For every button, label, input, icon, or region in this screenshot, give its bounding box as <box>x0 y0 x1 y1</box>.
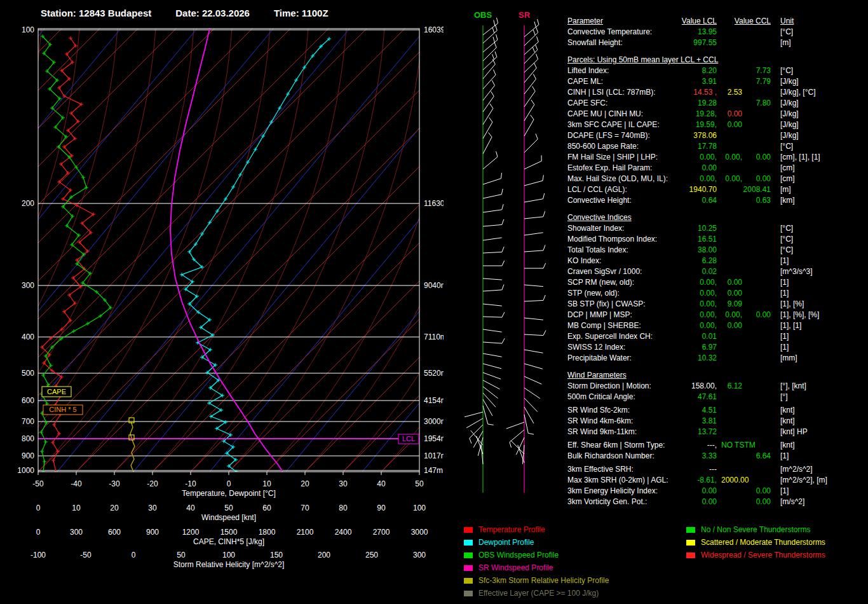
axis-tick-label: 1500 <box>220 528 238 537</box>
wind-barb <box>506 422 524 429</box>
param-value: 2000.00 <box>721 475 749 486</box>
param-value: 13.95 <box>663 27 717 38</box>
wind-barb <box>483 179 501 184</box>
wind-barb <box>524 334 543 336</box>
legend-item: Dewpoint Profile <box>464 536 609 549</box>
wind-barb-tick <box>496 25 498 31</box>
param-value: 8.20 <box>663 65 717 76</box>
wind-barb-tick <box>493 37 494 43</box>
param-unit: [°C] <box>780 245 793 256</box>
dry-adiabat <box>438 29 444 472</box>
wind-barb-tick <box>488 424 494 425</box>
wind-barb <box>483 24 498 35</box>
param-unit: [°] <box>780 392 787 402</box>
axis-tick-label: 30 <box>148 504 157 512</box>
param-row: FM Hail Size | SHIP | LHP:0.00,0.00,0.00… <box>567 152 868 163</box>
param-value: 0.00 <box>737 152 771 163</box>
param-value: 0.00, <box>663 310 717 320</box>
param-label: CAPE SFC: <box>567 98 607 109</box>
axis-tick-label: -50 <box>32 479 44 488</box>
wind-barb <box>483 387 498 398</box>
param-row: Eff. Shear 6km | Storm Type:---,NO TSTM[… <box>567 440 868 451</box>
axis-tick-label: 250 <box>365 551 378 559</box>
param-label: Convective Height: <box>567 195 632 206</box>
param-row: Craven SigSvr / 1000:0.02[m^3/s^3] <box>567 266 868 277</box>
legend-swatch <box>686 553 695 558</box>
param-unit: [1] <box>780 256 789 266</box>
param-row: Convective Height:0.640.63[km] <box>567 195 868 206</box>
axis-tick-label: 100 <box>413 504 426 512</box>
param-row: Max 3km SRH (0-2km) | AGL:-8.61,2000.00[… <box>567 475 868 486</box>
wind-barb-tick <box>494 42 496 47</box>
param-label: Max 3km SRH (0-2km) | AGL: <box>567 475 668 486</box>
moist-adiabat <box>76 29 270 472</box>
moist-adiabat <box>267 29 444 472</box>
legend-label: No / Non Severe Thunderstorms <box>701 525 811 534</box>
param-value: 19.59, <box>663 120 717 130</box>
wind-barb-tick <box>489 132 492 137</box>
wind-barb-tick <box>543 331 546 336</box>
param-row: SCP RM (new, old):0.00,0.00[1] <box>567 277 868 288</box>
dry-adiabat <box>0 29 197 472</box>
param-label: Precipitable Water: <box>567 353 632 364</box>
param-unit: [°], [knt] <box>780 381 806 392</box>
param-value: 0.00 <box>737 486 771 497</box>
header-value-lcl: Value LCL <box>663 16 717 27</box>
wind-barb <box>524 388 540 399</box>
legend-swatch <box>686 527 695 533</box>
param-label: CAPE ML: <box>567 76 603 87</box>
param-label: DCP | MMP | MSP: <box>567 310 632 320</box>
moist-adiabat <box>0 29 41 472</box>
param-value: 0.00 <box>718 120 742 130</box>
axis-tick-label: 40 <box>377 479 386 488</box>
param-value: 0.00, <box>663 288 717 299</box>
wind-barb <box>524 217 543 219</box>
legend-label: Widespread / Severe Thunderstorms <box>701 551 825 559</box>
param-unit: [1], [1] <box>780 320 801 331</box>
param-value: 0.00 <box>737 497 771 507</box>
wind-barb-tick <box>494 20 495 25</box>
legend-item: OBS Windspeed Profile <box>464 549 609 561</box>
axis-tick-label: -40 <box>71 479 82 488</box>
axis-tick-label: 300 <box>70 528 83 537</box>
param-row: Showalter Index:10.25[°C] <box>567 223 868 234</box>
dewpoint-markers <box>180 37 331 474</box>
pressure-label: 600 <box>22 396 34 405</box>
param-label: Craven SigSvr / 1000: <box>567 266 642 277</box>
param-label: 3km Vorticity Gen. Pot.: <box>567 497 647 507</box>
param-unit: [km] <box>780 195 795 206</box>
wind-barb-tick <box>495 51 497 57</box>
legend-item: Sfc-3km Storm Relative Helicity Profile <box>464 574 609 587</box>
param-value: 0.00 <box>737 174 771 184</box>
axis-tick-label: 0 <box>227 479 231 488</box>
param-value: 158.00, <box>663 381 717 392</box>
param-value: 0.00 <box>718 288 742 299</box>
param-value: 0.00, <box>663 320 717 331</box>
legend-label: Temperature Profile <box>478 525 545 534</box>
param-unit: [1] <box>780 331 789 342</box>
isotherm <box>38 29 444 472</box>
param-label: CAPE MU | CINH MU: <box>567 109 643 120</box>
legend-item: Effective Layer (CAPE >= 100 J/kg) <box>464 587 609 600</box>
section-header: Convective Indices <box>567 212 868 223</box>
param-label: 850-600 Lapse Rate: <box>567 141 639 152</box>
wind-barb-tick <box>533 74 536 79</box>
height-label: 9040m <box>424 281 444 290</box>
axis-tick-label: 300 <box>413 551 426 559</box>
wind-barb <box>483 64 495 79</box>
param-row: CAPE SFC:19.287.80[J/kg] <box>567 98 868 109</box>
param-label: Bulk Richardson Number: <box>567 451 654 462</box>
param-row: STP (new, old):0.00,0.00[1] <box>567 288 868 299</box>
param-value: 7.79 <box>737 76 771 87</box>
wind-barb-tick <box>543 175 543 181</box>
axis-tick-label: 1200 <box>182 528 200 537</box>
axis-title: Storm Relative Helicity [m^2/s^2] <box>173 560 285 569</box>
wind-barb-tick <box>496 18 498 24</box>
param-label: STP (new, old): <box>567 288 620 299</box>
wind-barb-tick <box>534 63 536 68</box>
param-label: CINH | LSI (LCL: 787mB): <box>567 87 656 98</box>
param-value: 10.32 <box>663 353 717 364</box>
profile-legend: Temperature ProfileDewpoint ProfileOBS W… <box>464 523 609 600</box>
param-unit: [m^3/s^3] <box>780 266 813 277</box>
legend-swatch <box>464 565 473 571</box>
